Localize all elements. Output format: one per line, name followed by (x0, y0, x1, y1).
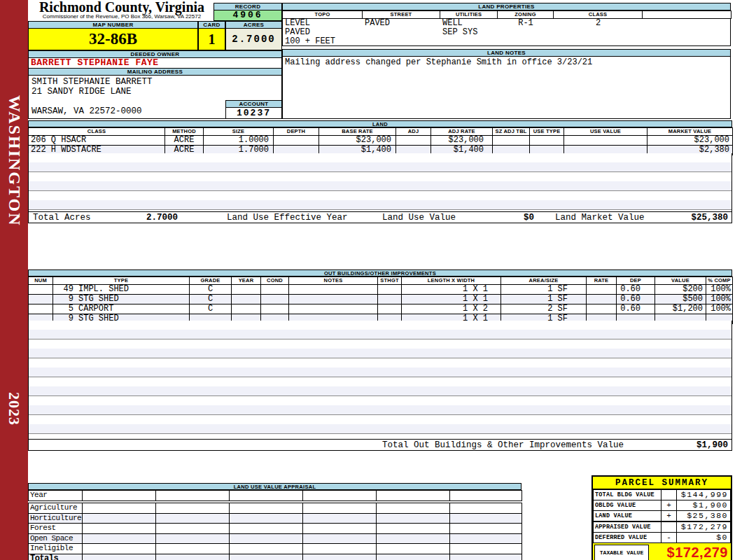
land-table: CLASS METHOD SIZE DEPTH BASE RATE ADJ AD… (28, 127, 733, 155)
land-table-header-row: CLASS METHOD SIZE DEPTH BASE RATE ADJ AD… (29, 128, 733, 136)
land-use-appraisal-table: Agriculture Horticulture Forest Open Spa… (28, 503, 522, 560)
land-use-appraisal-header: LAND USE VALUE APPRAISAL (28, 483, 522, 490)
cell-grade: C (190, 295, 232, 304)
land-use-year-row: Year (28, 490, 522, 501)
col-street: STREET (363, 11, 440, 19)
cell-pct-comp: 100% (706, 304, 733, 314)
cell-notes (289, 295, 378, 304)
col-blank (643, 11, 732, 19)
appraisal-row: Ineligible (29, 544, 522, 554)
cell-value: $1,200 (655, 304, 706, 314)
cell-empty (377, 533, 450, 544)
cell-rate (587, 285, 617, 295)
zoning-value: R-1 (498, 19, 554, 28)
cell-empty (156, 503, 230, 514)
cell-empty (156, 524, 230, 534)
ob-col-value: VALUE (655, 277, 706, 285)
cell-empty (377, 554, 450, 560)
topo-value-3: 100 + FEET (285, 37, 335, 46)
row-label-forest: Forest (29, 524, 83, 534)
row-label-ineligible: Ineligible (29, 544, 83, 554)
cell-sz-adj-tbl (493, 136, 530, 146)
land-section-header: LAND (28, 120, 732, 127)
cell-year (232, 295, 261, 304)
mailing-line-3: WARSAW, VA 22572-0000 (31, 106, 142, 116)
col-class: CLASS (554, 11, 643, 19)
row-label-horticulture: Horticulture (29, 513, 83, 524)
deeded-owner-value: BARRETT STEPHANIE FAYE (28, 58, 282, 68)
ob-col-num: NUM (29, 277, 53, 285)
cell-sthgt (378, 304, 402, 314)
cell-empty (377, 544, 450, 554)
cell-value: $500 (655, 295, 706, 304)
land-col-depth: DEPTH (274, 128, 319, 136)
cell-cond (261, 295, 289, 304)
cell-method: ACRE (165, 136, 204, 146)
cell-empty (230, 544, 303, 554)
summary-value: $144,999 (677, 490, 731, 500)
summary-operator (662, 490, 677, 500)
col-zoning: ZONING (498, 11, 554, 19)
cell-empty (303, 513, 377, 524)
cell-year (232, 304, 261, 314)
county-subtitle: Commissioner of the Revenue, PO Box 366,… (31, 13, 212, 20)
ob-col-cond: COND (261, 277, 289, 285)
map-number-value: 32-86B (28, 29, 198, 50)
parcel-summary-title: PARCEL SUMMARY (593, 477, 731, 489)
land-col-method: METHOD (165, 128, 204, 136)
account-value: 10237 (225, 108, 282, 119)
cell-year (232, 285, 261, 295)
summary-operator: - (662, 533, 677, 543)
cell-num (29, 304, 53, 314)
card-value: 1 (198, 29, 225, 50)
cell-rate (587, 304, 617, 314)
appraisal-row: Forest (29, 524, 522, 534)
land-use-effective-year-label: Land Use Effective Year (227, 213, 348, 223)
taxable-value-label: TAXABLE VALUE (594, 545, 649, 560)
appraisal-row: Agriculture (29, 503, 522, 514)
land-market-value: $25,380 (691, 213, 728, 223)
land-empty-rows (28, 153, 732, 211)
ob-col-year: YEAR (232, 277, 261, 285)
cell-empty (450, 503, 522, 514)
land-col-sz-adj-tbl: SZ ADJ TBL (493, 128, 530, 136)
cell-pct-comp: 100% (706, 295, 733, 304)
cell-dep: 0.60 (617, 285, 655, 295)
card-header: CARD (198, 21, 225, 29)
parcel-summary-table: TOTAL BLDG VALUE $144,999 OBLDG VALUE + … (593, 489, 731, 543)
mailing-line-2: 21 SANDY RIDGE LANE (31, 87, 132, 97)
cell-length-x-width: 1 X 1 (402, 295, 501, 304)
land-row: 206 Q HSACR ACRE 1.0000 $23,000 $23,000 … (29, 136, 733, 146)
row-label-totals: Totals (29, 554, 83, 560)
cell-empty (83, 524, 156, 534)
account-header: ACCOUNT (225, 100, 282, 108)
cell-empty (303, 503, 377, 514)
summary-row: TOTAL BLDG VALUE $144,999 (594, 490, 731, 500)
out-building-row: 5CARPORT C 1 X 2 2 SF 0.60 $1,200 100% (29, 304, 733, 314)
cell-use-type (530, 136, 564, 146)
cell-empty (230, 554, 303, 560)
cell-cond (261, 285, 289, 295)
summary-label: APPRAISED VALUE (594, 522, 662, 533)
summary-row: OBLDG VALUE + $1,900 (594, 500, 731, 511)
cell-depth (274, 136, 319, 146)
sidebar-county-label: WASHINGTON (5, 95, 24, 227)
land-use-value: $0 (491, 213, 534, 223)
out-buildings-empty-rows (28, 321, 732, 439)
cell-num (29, 295, 53, 304)
cell-empty (156, 544, 230, 554)
col-utilities: UTILITIES (440, 11, 498, 19)
record-value: 4906 (214, 10, 282, 21)
land-col-adj-rate: ADJ RATE (431, 128, 493, 136)
cell-empty (83, 513, 156, 524)
sidebar-year-label: 2023 (5, 392, 23, 426)
appraisal-row: Totals (29, 554, 522, 560)
mailing-line-1: SMITH STEPHANIE BARRETT (31, 77, 153, 87)
street-value: PAVED (365, 19, 390, 28)
land-col-size: SIZE (204, 128, 274, 136)
cell-empty (156, 554, 230, 560)
ob-col-area-size: AREA/SIZE (501, 277, 587, 285)
cell-grade: C (190, 304, 232, 314)
cell-notes (289, 304, 378, 314)
land-col-market-value: MARKET VALUE (648, 128, 733, 136)
